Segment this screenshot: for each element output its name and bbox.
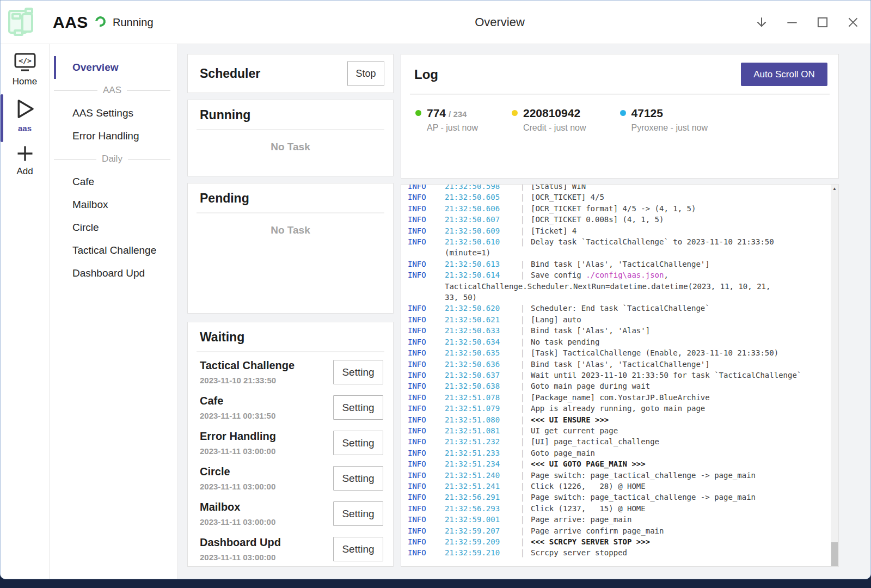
maximize-icon bbox=[815, 15, 830, 29]
rail-item-aas[interactable]: aas bbox=[1, 97, 49, 133]
waiting-task-next-run: 2023-11-10 21:33:50 bbox=[200, 376, 295, 385]
page-title: Overview bbox=[475, 1, 525, 44]
log-scrollbar[interactable]: ▲ bbox=[831, 185, 838, 566]
log-level: INFO bbox=[408, 225, 445, 236]
log-row: INFO 21:32:59.001 | Page arrive: page_ma… bbox=[408, 514, 830, 525]
log-row: (minute=1) bbox=[408, 247, 830, 258]
log-row: INFO 21:32:51.232 | [UI] page_tactical_c… bbox=[408, 436, 830, 447]
task-setting-button[interactable]: Setting bbox=[333, 501, 383, 526]
stat-label: Credit - just now bbox=[523, 123, 586, 133]
divider bbox=[197, 351, 384, 352]
log-message: Click (1226, 28) @ HOME bbox=[531, 481, 646, 492]
log-separator: | bbox=[514, 359, 531, 370]
log-row: INFO 21:32:50.634 | No task pending bbox=[408, 336, 830, 347]
sidebar-item-overview[interactable]: Overview bbox=[54, 56, 177, 79]
waiting-task-info: Tactical Challenge 2023-11-10 21:33:50 bbox=[200, 359, 295, 385]
sidebar-section-label: AAS bbox=[103, 85, 121, 96]
log-message: Scheduler: End task `TacticalChallenge` bbox=[531, 303, 710, 314]
waiting-task-next-run: 2023-11-11 03:00:00 bbox=[200, 446, 276, 456]
waiting-title: Waiting bbox=[188, 330, 393, 345]
log-message: Save config ./config\aas.json, bbox=[531, 270, 668, 280]
waiting-task-next-run: 2023-11-11 03:00:00 bbox=[200, 482, 275, 491]
scrollbar-thumb[interactable] bbox=[831, 542, 838, 566]
log-separator: | bbox=[514, 259, 531, 270]
sidebar-item-label: Tactical Challenge bbox=[72, 244, 156, 256]
rail-item-home[interactable]: </> Home bbox=[1, 52, 49, 87]
log-message: Page arrive confirm page_main bbox=[531, 525, 664, 536]
stat-label: Pyroxene - just now bbox=[631, 123, 708, 133]
waiting-task-row: Circle 2023-11-11 03:00:00 Setting bbox=[200, 461, 383, 496]
log-timestamp: 21:32:59.209 bbox=[445, 536, 514, 547]
divider bbox=[197, 129, 384, 130]
log-separator: | bbox=[514, 336, 531, 347]
waiting-task-info: Error Handling 2023-11-11 03:00:00 bbox=[200, 430, 276, 456]
stop-button[interactable]: Stop bbox=[347, 61, 384, 86]
log-level: INFO bbox=[408, 425, 445, 436]
sidebar-item-aas-settings[interactable]: AAS Settings bbox=[54, 102, 177, 125]
log-row: INFO 21:32:51.079 | App is already runni… bbox=[408, 403, 830, 414]
rail-item-add[interactable]: Add bbox=[1, 144, 49, 177]
close-button[interactable] bbox=[842, 11, 864, 34]
scrollbar-up-arrow-icon[interactable]: ▲ bbox=[831, 185, 838, 193]
stat-dot-icon bbox=[512, 110, 518, 116]
log-level: INFO bbox=[408, 370, 445, 381]
log-row: 33, 50) bbox=[408, 292, 830, 303]
sidebar-item-label: Mailbox bbox=[72, 199, 108, 211]
log-timestamp: 21:32:50.633 bbox=[445, 325, 514, 336]
maximize-button[interactable] bbox=[811, 11, 834, 34]
stat-label: AP - just now bbox=[427, 123, 478, 133]
log-message: Page switch: page_tactical_challenge -> … bbox=[531, 470, 756, 481]
log-timestamp: 21:32:59.001 bbox=[445, 514, 514, 525]
log-timestamp: 21:32:50.598 bbox=[445, 184, 514, 192]
log-timestamp: 21:32:50.635 bbox=[445, 347, 514, 358]
log-separator: | bbox=[514, 325, 531, 336]
log-level: INFO bbox=[408, 448, 445, 458]
app-logo-icon bbox=[6, 4, 41, 39]
waiting-task-info: Circle 2023-11-11 03:00:00 bbox=[200, 465, 275, 491]
sidebar-item-dashboard-upd[interactable]: Dashboard Upd bbox=[54, 262, 177, 285]
log-separator: | bbox=[514, 236, 531, 247]
log-separator: | bbox=[514, 347, 531, 358]
sidebar-item-tactical-challenge[interactable]: Tactical Challenge bbox=[54, 239, 177, 262]
log-row: INFO 21:32:59.209 | <<< SCRCPY SERVER ST… bbox=[408, 536, 830, 547]
sidebar-item-mailbox[interactable]: Mailbox bbox=[54, 193, 177, 216]
sidebar-section-divider: Daily bbox=[50, 148, 177, 170]
log-level: INFO bbox=[408, 458, 445, 469]
log-row: INFO 21:32:50.620 | Scheduler: End task … bbox=[408, 303, 830, 314]
log-row: INFO 21:32:50.610 | Delay task `Tactical… bbox=[408, 236, 830, 247]
scheduler-card: Scheduler Stop bbox=[187, 54, 394, 93]
sidebar-item-circle[interactable]: Circle bbox=[54, 216, 177, 239]
log-row: INFO 21:32:51.241 | Click (1226, 28) @ H… bbox=[408, 481, 830, 492]
rail-label-add: Add bbox=[16, 166, 33, 177]
log-separator: | bbox=[514, 214, 531, 225]
minimize-button[interactable] bbox=[781, 11, 803, 34]
log-separator: | bbox=[514, 448, 531, 458]
log-level: INFO bbox=[408, 203, 445, 214]
sidebar-item-cafe[interactable]: Cafe bbox=[54, 170, 177, 193]
log-timestamp: 21:32:50.614 bbox=[445, 270, 514, 280]
log-level: INFO bbox=[408, 403, 445, 414]
task-setting-button[interactable]: Setting bbox=[333, 360, 383, 384]
main-content: Scheduler Stop Running No Task Pending N… bbox=[177, 44, 870, 579]
log-timestamp: 21:32:51.240 bbox=[445, 470, 514, 481]
log-separator: | bbox=[514, 547, 531, 558]
auto-scroll-toggle-button[interactable]: Auto Scroll ON bbox=[741, 63, 827, 86]
log-message: Click (1237, 15) @ HOME bbox=[531, 503, 646, 514]
log-timestamp: 21:32:59.207 bbox=[445, 525, 514, 536]
log-message: Page switch: page_tactical_challenge -> … bbox=[531, 492, 756, 503]
app-name: AAS bbox=[53, 1, 88, 44]
log-row: INFO 21:32:50.636 | Bind task ['Alas', '… bbox=[408, 359, 830, 370]
task-setting-button[interactable]: Setting bbox=[333, 466, 383, 491]
log-row: INFO 21:32:51.233 | Goto page_main bbox=[408, 448, 830, 458]
log-row: INFO 21:32:59.207 | Page arrive confirm … bbox=[408, 525, 830, 536]
stat-body: 220810942 Credit - just now bbox=[523, 107, 586, 133]
divider bbox=[197, 212, 384, 213]
nav-rail: </> Home aas Add bbox=[1, 44, 50, 579]
sidebar-item-error-handling[interactable]: Error Handling bbox=[54, 125, 177, 148]
hide-to-tray-button[interactable] bbox=[750, 11, 773, 34]
task-setting-button[interactable]: Setting bbox=[333, 431, 383, 455]
waiting-task-row: Tactical Challenge 2023-11-10 21:33:50 S… bbox=[200, 354, 383, 390]
task-setting-button[interactable]: Setting bbox=[333, 537, 383, 561]
task-setting-button[interactable]: Setting bbox=[333, 395, 383, 420]
rail-label-home: Home bbox=[13, 76, 37, 87]
